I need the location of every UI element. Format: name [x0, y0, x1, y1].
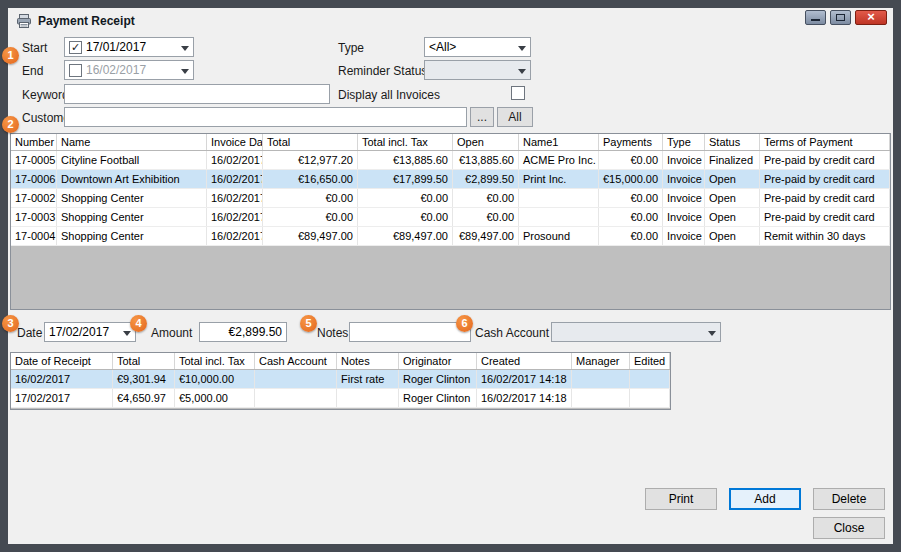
table-cell: Invoice: [663, 151, 705, 169]
column-header[interactable]: Number: [11, 134, 57, 150]
column-header[interactable]: Total incl. Tax: [358, 134, 453, 150]
column-header[interactable]: Payments: [599, 134, 663, 150]
type-select[interactable]: <All>: [424, 37, 531, 57]
table-cell: [519, 189, 599, 207]
table-cell: Downtown Art Exhibition: [57, 170, 207, 188]
table-cell: €0.00: [358, 208, 453, 226]
delete-button[interactable]: Delete: [813, 488, 885, 510]
cash-account-select[interactable]: [551, 322, 721, 342]
table-cell: [519, 208, 599, 226]
column-header[interactable]: Originator: [399, 353, 477, 369]
table-cell: Roger Clinton: [399, 389, 477, 407]
column-header[interactable]: Edited: [630, 353, 670, 369]
end-label: End: [22, 64, 43, 78]
table-cell: Roger Clinton: [399, 370, 477, 388]
column-header[interactable]: Total: [113, 353, 175, 369]
table-cell: 16/02/2017: [207, 189, 263, 207]
table-cell: €89,497.00: [263, 227, 358, 245]
close-button[interactable]: Close: [813, 517, 885, 539]
table-cell: €0.00: [263, 208, 358, 226]
table-row[interactable]: 17-0005Cityline Football16/02/2017€12,97…: [11, 151, 890, 170]
table-cell: Pre-paid by credit card: [760, 151, 890, 169]
column-header[interactable]: Open: [453, 134, 519, 150]
table-cell: First rate: [337, 370, 399, 388]
table-cell: Invoice: [663, 170, 705, 188]
table-cell: €13,885.60: [358, 151, 453, 169]
amount-input[interactable]: [199, 322, 287, 342]
table-cell: Open: [705, 189, 760, 207]
table-cell: Prosound: [519, 227, 599, 245]
table-cell: Pre-paid by credit card: [760, 208, 890, 226]
table-cell: €12,977.20: [263, 151, 358, 169]
table-row[interactable]: 17-0003Shopping Center16/02/2017€0.00€0.…: [11, 208, 890, 227]
step-badge-1: 1: [2, 47, 19, 64]
table-row[interactable]: 17-0006Downtown Art Exhibition16/02/2017…: [11, 170, 890, 189]
table-cell: [337, 389, 399, 407]
minimize-button[interactable]: [805, 10, 826, 25]
column-header[interactable]: Manager: [572, 353, 630, 369]
start-checkbox[interactable]: [69, 41, 82, 54]
table-row[interactable]: 17/02/2017€4,650.97€5,000.00Roger Clinto…: [11, 389, 670, 408]
start-date-picker[interactable]: 17/01/2017: [64, 37, 194, 57]
customer-input[interactable]: [64, 107, 467, 127]
table-row[interactable]: 17-0004Shopping Center16/02/2017€89,497.…: [11, 227, 890, 246]
column-header[interactable]: Cash Account: [255, 353, 337, 369]
table-cell: Finalized: [705, 151, 760, 169]
title-bar[interactable]: Payment Receipt ×: [8, 8, 893, 34]
maximize-button[interactable]: [830, 10, 851, 25]
table-cell: 16/02/2017 14:18: [477, 370, 572, 388]
column-header[interactable]: Terms of Payment: [760, 134, 890, 150]
column-header[interactable]: Name1: [519, 134, 599, 150]
step-badge-4: 4: [130, 315, 147, 332]
column-header[interactable]: Notes: [337, 353, 399, 369]
reminder-status-select[interactable]: [424, 60, 531, 80]
step-badge-6: 6: [456, 315, 473, 332]
cash-account-label: Cash Account: [475, 326, 549, 340]
table-cell: 17-0006: [11, 170, 57, 188]
receipt-date-select[interactable]: 17/02/2017: [44, 322, 136, 342]
table-cell: [572, 389, 630, 407]
table-row[interactable]: 16/02/2017€9,301.94€10,000.00First rateR…: [11, 370, 670, 389]
display-all-invoices-checkbox[interactable]: [511, 86, 525, 100]
table-cell: [630, 370, 670, 388]
column-header[interactable]: Total incl. Tax: [175, 353, 255, 369]
end-date-picker[interactable]: 16/02/2017: [64, 60, 194, 80]
table-cell: Pre-paid by credit card: [760, 170, 890, 188]
table-cell: €15,000.00: [599, 170, 663, 188]
keyword-input[interactable]: [64, 84, 330, 104]
column-header[interactable]: Type: [663, 134, 705, 150]
table-row[interactable]: 17-0002Shopping Center16/02/2017€0.00€0.…: [11, 189, 890, 208]
column-header[interactable]: Date of Receipt: [11, 353, 113, 369]
column-header[interactable]: Status: [705, 134, 760, 150]
keyword-label: Keyword: [22, 88, 69, 102]
table-cell: €89,497.00: [453, 227, 519, 245]
receipt-table[interactable]: Date of ReceiptTotalTotal incl. TaxCash …: [10, 352, 671, 410]
display-all-invoices-label: Display all Invoices: [338, 88, 440, 102]
notes-input[interactable]: [349, 322, 471, 342]
receipt-date-value: 17/02/2017: [49, 325, 119, 339]
invoice-table[interactable]: NumberNameInvoice DateTotalTotal incl. T…: [10, 133, 891, 310]
reminder-status-label: Reminder Status: [338, 64, 427, 78]
add-button[interactable]: Add: [729, 488, 801, 510]
table-cell: 16/02/2017: [207, 170, 263, 188]
print-button[interactable]: Print: [645, 488, 717, 510]
column-header[interactable]: Name: [57, 134, 207, 150]
table-cell: Open: [705, 227, 760, 245]
customer-all-button[interactable]: All: [497, 107, 533, 127]
table-cell: €2,899.50: [453, 170, 519, 188]
table-cell: Open: [705, 208, 760, 226]
type-label: Type: [338, 41, 364, 55]
column-header[interactable]: Invoice Date: [207, 134, 263, 150]
column-header[interactable]: Total: [263, 134, 358, 150]
column-header[interactable]: Created: [477, 353, 572, 369]
close-window-button[interactable]: ×: [855, 10, 887, 25]
table-cell: Invoice: [663, 189, 705, 207]
chevron-down-icon: [123, 331, 131, 340]
table-cell: 16/02/2017: [11, 370, 113, 388]
customer-browse-button[interactable]: ...: [470, 107, 494, 127]
end-checkbox[interactable]: [69, 64, 82, 77]
table-cell: 16/02/2017: [207, 151, 263, 169]
table-cell: 17/02/2017: [11, 389, 113, 407]
chevron-down-icon: [518, 46, 526, 55]
table-cell: €16,650.00: [263, 170, 358, 188]
